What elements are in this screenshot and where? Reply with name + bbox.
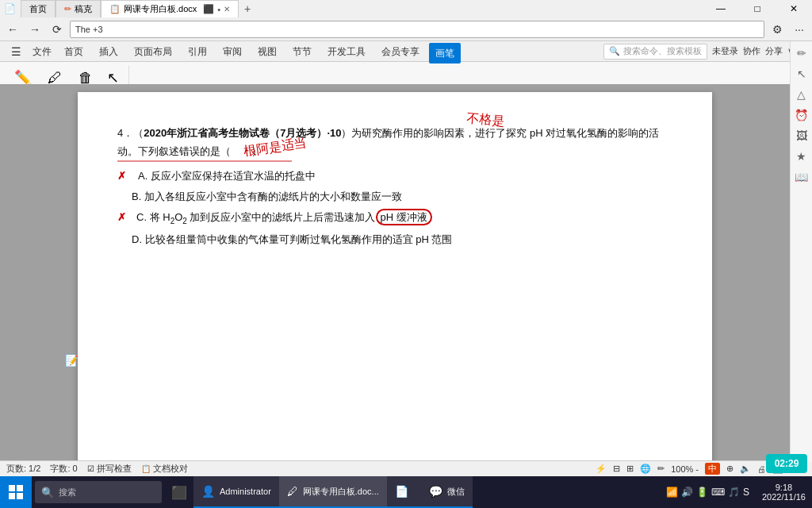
system-tray: 📶 🔊 🔋 ⌨ 🎵 S — [666, 487, 756, 498]
forward-button[interactable]: → — [25, 21, 44, 38]
taskbar-app-docx[interactable]: 📄 — [387, 476, 421, 508]
ribbon-right-area: 🔍 搜索命令、搜索模板 未登录 协作 分享 ∨ ··· — [603, 41, 812, 61]
right-sidebar: ✏ ↖ △ ⏰ 🖼 ★ 📖 — [790, 41, 812, 462]
taskbar-clock[interactable]: 9:18 2022/11/16 — [756, 483, 812, 502]
address-bar: ← → ⟳ The +3 ⚙ ··· — [0, 17, 812, 41]
tab-brush[interactable]: 画笔 — [429, 43, 461, 64]
close-button[interactable]: ✕ — [776, 0, 812, 17]
doc-check[interactable]: 📋 文档校对 — [141, 463, 188, 475]
svg-rect-4 — [17, 485, 23, 491]
sidebar-toggle[interactable]: ☰ — [8, 41, 25, 62]
taskbar-app-admin[interactable]: 👤 Administrator — [193, 476, 279, 508]
ribbon-tabs: ☰ 文件 首页 插入 页面布局 引用 审阅 视图 节节 开发工具 会员专享 画笔… — [0, 41, 812, 62]
sidebar-image-icon[interactable]: 🖼 — [793, 127, 810, 144]
address-field[interactable]: The +3 — [70, 21, 764, 38]
tab-close-btn[interactable]: ✕ — [224, 5, 230, 13]
tab-member[interactable]: 会员专享 — [373, 41, 427, 62]
tab-review[interactable]: 审阅 — [215, 41, 250, 62]
titlebar: 📄 首页 ✏ 稿克 📋 网课专用白板.docx ⬛ • ✕ + — □ ✕ — [0, 0, 812, 17]
option-c: ✗ C. 将 H2O2 加到反应小室中的滤纸片上后需迅速加入pH 缓冲液 — [117, 209, 672, 228]
tab-home[interactable]: 首页 — [56, 41, 91, 62]
taskbar-app-wechat[interactable]: 💬 微信 — [421, 476, 473, 508]
time-bubble: 02:29 — [766, 454, 807, 473]
settings-button[interactable]: ⚙ — [768, 21, 787, 38]
svg-rect-3 — [9, 485, 15, 491]
tab-document[interactable]: 📋 网课专用白板.docx ⬛ • ✕ — [101, 0, 239, 17]
spell-check[interactable]: ☑ 拼写检查 — [87, 463, 132, 475]
ribbon-search[interactable]: 🔍 搜索命令、搜索模板 — [603, 44, 707, 60]
task-view-button[interactable]: ⬛ — [165, 476, 193, 508]
tab-developer[interactable]: 开发工具 — [320, 41, 373, 62]
refresh-button[interactable]: ⟳ — [48, 21, 67, 38]
new-tab-button[interactable]: + — [239, 0, 256, 17]
tab-page-layout[interactable]: 页面布局 — [126, 41, 180, 62]
svg-rect-6 — [17, 493, 23, 499]
sidebar-clock-icon[interactable]: ⏰ — [793, 106, 810, 124]
tab-insert[interactable]: 插入 — [91, 41, 126, 62]
sidebar-star-icon[interactable]: ★ — [793, 148, 810, 165]
taskbar: 🔍 搜索 ⬛ 👤 Administrator 🖊 网课专用白板.doc... 📄… — [0, 476, 812, 508]
more-button[interactable]: ··· — [790, 21, 809, 38]
sidebar-cursor-icon[interactable]: ↖ — [793, 65, 810, 83]
battery-icon: 🔋 — [696, 487, 708, 498]
svg-rect-5 — [9, 493, 15, 499]
keyboard-icon: ⌨ — [711, 487, 725, 498]
sidebar-shape-icon[interactable]: △ — [793, 86, 810, 103]
tab-references[interactable]: 引用 — [180, 41, 215, 62]
question-block: 4．（2020年浙江省高考生物试卷（7月选考）·10）为研究酶作用的影响因素，进… — [117, 124, 672, 248]
login-button[interactable]: 未登录 — [712, 45, 738, 57]
titlebar-icon: 📄 — [3, 2, 16, 15]
sougou-icon: S — [743, 487, 749, 498]
doc-annotation-icon[interactable]: 📝 — [65, 354, 79, 367]
windows-icon — [8, 484, 24, 500]
document-container: 4．（2020年浙江省高考生物试卷（7月选考）·10）为研究酶作用的影响因素，进… — [0, 84, 790, 460]
taskbar-search[interactable]: 🔍 搜索 — [35, 481, 162, 503]
tab-view[interactable]: 视图 — [250, 41, 285, 62]
word-count: 字数: 0 — [50, 463, 77, 475]
share-button[interactable]: 分享 — [765, 45, 783, 57]
question-text: 4．（2020年浙江省高考生物试卷（7月选考）·10）为研究酶作用的影响因素，进… — [117, 124, 672, 161]
start-button[interactable] — [0, 476, 32, 508]
back-button[interactable]: ← — [3, 21, 22, 38]
file-menu[interactable]: 文件 — [28, 41, 56, 62]
option-b: B. 加入各组反应小室中含有酶的滤纸片的大小和数量应一致 — [117, 188, 672, 206]
maximize-button[interactable]: □ — [739, 0, 776, 17]
option-d: D. 比较各组量筒中收集的气体量可判断过氧化氢酶作用的适宜 pH 范围 — [117, 231, 672, 248]
window-controls: — □ ✕ — [703, 0, 812, 17]
wifi-icon: 🔊 — [681, 487, 693, 498]
minimize-button[interactable]: — — [703, 0, 739, 17]
page-count: 页数: 1/2 — [6, 463, 40, 475]
taskbar-app-wenke[interactable]: 🖊 网课专用白板.doc... — [279, 476, 387, 508]
tab-gaoke[interactable]: ✏ 稿克 — [56, 0, 101, 17]
sidebar-pen-icon[interactable]: ✏ — [793, 44, 810, 62]
collaborate-button[interactable]: 协作 — [743, 45, 760, 57]
statusbar-right: ⚡ ⊟ ⊞ 🌐 ✏ 100% - 中 ⊕ 🔈 🖨 💻 — [596, 463, 783, 475]
speaker-icon: 🎵 — [728, 487, 740, 498]
status-bar: 页数: 1/2 字数: 0 ☑ 拼写检查 📋 文档校对 ⚡ ⊟ ⊞ 🌐 ✏ 10… — [0, 460, 790, 476]
network-icon: 📶 — [666, 487, 678, 498]
tab-home[interactable]: 首页 — [21, 0, 56, 17]
option-a: ✗ A. 反应小室应保持在适宜水温的托盘中 — [117, 167, 672, 185]
document-page: 4．（2020年浙江省高考生物试卷（7月选考）·10）为研究酶作用的影响因素，进… — [78, 92, 712, 460]
sidebar-book-icon[interactable]: 📖 — [793, 168, 810, 186]
tab-section[interactable]: 节节 — [285, 41, 320, 62]
title-tabs: 首页 ✏ 稿克 📋 网课专用白板.docx ⬛ • ✕ + — [21, 0, 703, 17]
